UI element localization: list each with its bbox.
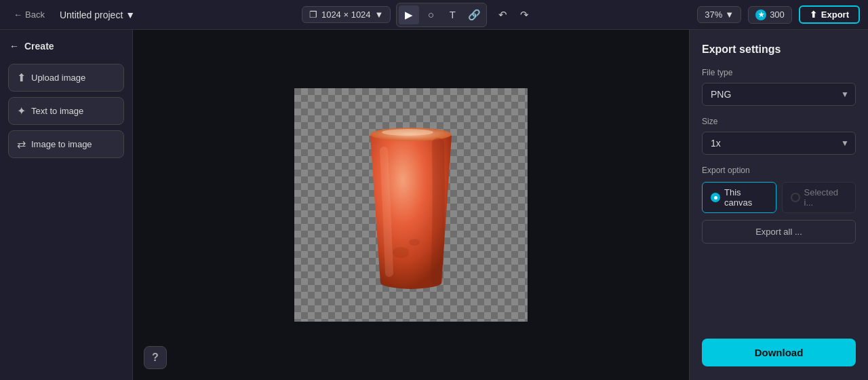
- export-label: Export: [821, 10, 849, 20]
- zoom-level-label: 37%: [705, 10, 722, 20]
- upload-image-icon: ⬆: [17, 71, 26, 84]
- create-header-label: Create: [24, 41, 54, 52]
- credits-count-label: 300: [770, 10, 785, 20]
- export-option-label: Export option: [702, 166, 856, 175]
- undo-button[interactable]: ↶: [492, 5, 513, 24]
- file-type-label: File type: [702, 68, 856, 77]
- main-layout: ← Create ⬆ Upload image ✦ Text to image …: [0, 30, 868, 380]
- text-tool-button[interactable]: T: [442, 5, 462, 24]
- canvas-size-label: 1024 × 1024: [321, 10, 371, 20]
- image-to-image-label: Image to image: [31, 139, 92, 149]
- file-type-wrapper: PNG JPG SVG PDF ▼: [702, 83, 856, 106]
- text-to-image-button[interactable]: ✦ Text to image: [8, 97, 124, 125]
- text-to-image-label: Text to image: [31, 106, 83, 116]
- size-wrapper: 0.5x 1x 2x 3x 4x ▼: [702, 132, 856, 155]
- upload-image-button[interactable]: ⬆ Upload image: [8, 64, 124, 92]
- link-tool-button[interactable]: 🔗: [464, 5, 484, 24]
- credits-button[interactable]: ★ 300: [748, 6, 792, 24]
- size-select[interactable]: 0.5x 1x 2x 3x 4x: [702, 132, 856, 155]
- zoom-chevron-icon: ▼: [725, 10, 734, 20]
- topbar-center: ❐ 1024 × 1024 ▼ ▶ ○ T 🔗 ↶ ↷: [147, 3, 689, 27]
- sidebar: ← Create ⬆ Upload image ✦ Text to image …: [0, 30, 133, 380]
- image-to-image-icon: ⇄: [17, 138, 26, 151]
- canvas-size-chevron-icon: ▼: [375, 10, 384, 20]
- resize-icon: ❐: [309, 10, 317, 20]
- svg-point-3: [409, 239, 420, 246]
- export-all-label: Export all ...: [755, 227, 802, 237]
- zoom-button[interactable]: 37% ▼: [697, 6, 741, 23]
- topbar-right: 37% ▼ ★ 300 ⬆ Export: [697, 5, 860, 24]
- export-settings-title: Export settings: [702, 43, 856, 56]
- this-canvas-option[interactable]: This canvas: [702, 182, 776, 213]
- topbar: ← Back Untitled project ▼ ❐ 1024 × 1024 …: [0, 0, 868, 30]
- topbar-left: ← Back Untitled project ▼: [8, 7, 139, 23]
- tool-group: ▶ ○ T 🔗: [396, 3, 487, 27]
- sidebar-header: ← Create: [8, 38, 124, 54]
- svg-point-1: [382, 129, 433, 136]
- project-name-chevron-icon: ▼: [125, 10, 135, 20]
- export-all-button[interactable]: Export all ...: [702, 220, 856, 244]
- selected-label: Selected i...: [804, 187, 848, 208]
- back-button[interactable]: ← Back: [8, 7, 50, 22]
- size-label: Size: [702, 117, 856, 126]
- canvas-content: [350, 117, 472, 293]
- project-name-button[interactable]: Untitled project ▼: [56, 7, 139, 23]
- download-button[interactable]: Download: [702, 339, 856, 366]
- back-label: Back: [25, 10, 45, 20]
- image-to-image-button[interactable]: ⇄ Image to image: [8, 130, 124, 158]
- text-to-image-icon: ✦: [17, 104, 26, 117]
- selected-option[interactable]: Selected i...: [782, 182, 856, 213]
- export-option-radio-group: This canvas Selected i...: [702, 182, 856, 213]
- download-label: Download: [755, 347, 804, 358]
- svg-point-2: [393, 247, 409, 258]
- help-icon: ?: [152, 352, 159, 364]
- help-button[interactable]: ?: [144, 346, 167, 369]
- select-tool-button[interactable]: ▶: [399, 5, 419, 24]
- this-canvas-radio-dot: [711, 193, 720, 202]
- selected-radio-dot: [791, 193, 800, 202]
- export-panel: Export settings File type PNG JPG SVG PD…: [689, 30, 868, 380]
- undo-redo-group: ↶ ↷: [492, 5, 534, 24]
- back-arrow-icon: ←: [14, 10, 22, 20]
- export-icon: ⬆: [810, 10, 817, 20]
- file-type-select[interactable]: PNG JPG SVG PDF: [702, 83, 856, 106]
- canvas-area[interactable]: ?: [133, 30, 689, 380]
- edit-tool-button[interactable]: ○: [420, 5, 441, 24]
- export-button[interactable]: ⬆ Export: [799, 5, 860, 24]
- canvas-board[interactable]: [294, 88, 528, 322]
- project-name-label: Untitled project: [60, 10, 123, 20]
- canvas-size-button[interactable]: ❐ 1024 × 1024 ▼: [302, 6, 391, 23]
- redo-button[interactable]: ↷: [514, 5, 534, 24]
- this-canvas-label: This canvas: [724, 187, 768, 208]
- create-arrow-icon: ←: [9, 41, 19, 52]
- credits-icon: ★: [755, 10, 766, 20]
- upload-image-label: Upload image: [31, 73, 85, 83]
